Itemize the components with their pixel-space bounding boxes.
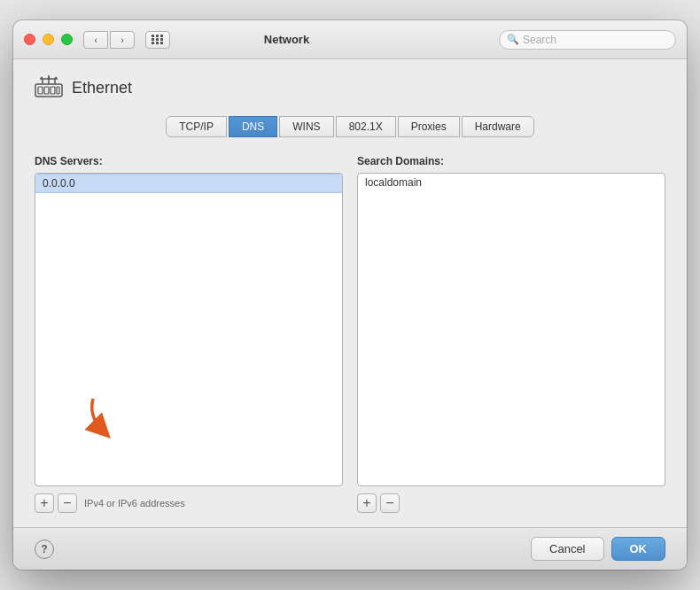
- minimize-button[interactable]: [43, 34, 54, 45]
- ethernet-icon: [35, 74, 63, 102]
- search-placeholder: Search: [523, 34, 556, 46]
- list-item[interactable]: 0.0.0.0: [35, 174, 342, 193]
- dns-hint: IPv4 or IPv6 addresses: [84, 498, 185, 508]
- search-domains-list[interactable]: localdomain: [357, 173, 665, 486]
- cancel-button[interactable]: Cancel: [531, 537, 603, 561]
- titlebar: ‹ › Network 🔍 Search: [13, 20, 687, 59]
- search-domains-panel: Search Domains: localdomain + −: [357, 155, 665, 513]
- search-btn-row: + −: [357, 493, 665, 513]
- network-window: ‹ › Network 🔍 Search: [13, 20, 687, 570]
- dns-add-button[interactable]: +: [35, 493, 54, 513]
- tabs-bar: TCP/IP DNS WINS 802.1X Proxies Hardware: [35, 116, 665, 137]
- ethernet-header: Ethernet: [35, 74, 665, 102]
- search-remove-button[interactable]: −: [380, 493, 400, 513]
- arrow-indicator: [84, 394, 128, 441]
- window-title: Network: [74, 33, 499, 46]
- close-button[interactable]: [24, 34, 35, 45]
- dns-servers-label: DNS Servers:: [35, 155, 343, 167]
- dns-servers-panel: DNS Servers: 0.0.0.0: [35, 155, 343, 513]
- svg-rect-1: [38, 87, 43, 94]
- tab-tcpip[interactable]: TCP/IP: [166, 116, 227, 137]
- search-bar[interactable]: 🔍 Search: [499, 30, 676, 50]
- tab-8021x[interactable]: 802.1X: [336, 116, 396, 137]
- tab-dns[interactable]: DNS: [229, 116, 277, 137]
- svg-point-12: [55, 77, 57, 79]
- content-area: Ethernet TCP/IP DNS WINS 802.1X Proxies …: [13, 59, 687, 527]
- dns-btn-row: + − IPv4 or IPv6 addresses: [35, 493, 343, 513]
- panels: DNS Servers: 0.0.0.0: [35, 155, 665, 513]
- bottom-bar: ? Cancel OK: [13, 527, 687, 570]
- traffic-lights: [24, 34, 73, 45]
- search-domains-label: Search Domains:: [357, 155, 665, 167]
- tab-hardware[interactable]: Hardware: [462, 116, 534, 137]
- svg-point-11: [48, 77, 50, 79]
- action-buttons: Cancel OK: [531, 537, 665, 561]
- svg-rect-3: [51, 87, 55, 94]
- svg-point-10: [41, 77, 43, 79]
- svg-rect-4: [57, 87, 59, 94]
- tab-wins[interactable]: WINS: [279, 116, 333, 137]
- help-button[interactable]: ?: [35, 540, 54, 559]
- maximize-button[interactable]: [61, 34, 73, 45]
- dns-servers-list[interactable]: 0.0.0.0: [35, 173, 343, 486]
- tab-proxies[interactable]: Proxies: [398, 116, 460, 137]
- dns-remove-button[interactable]: −: [58, 493, 77, 513]
- search-add-button[interactable]: +: [357, 493, 377, 513]
- list-item[interactable]: localdomain: [358, 174, 665, 191]
- svg-rect-2: [44, 87, 49, 94]
- ok-button[interactable]: OK: [611, 537, 666, 561]
- search-icon: 🔍: [507, 34, 519, 45]
- ethernet-label: Ethernet: [72, 79, 132, 97]
